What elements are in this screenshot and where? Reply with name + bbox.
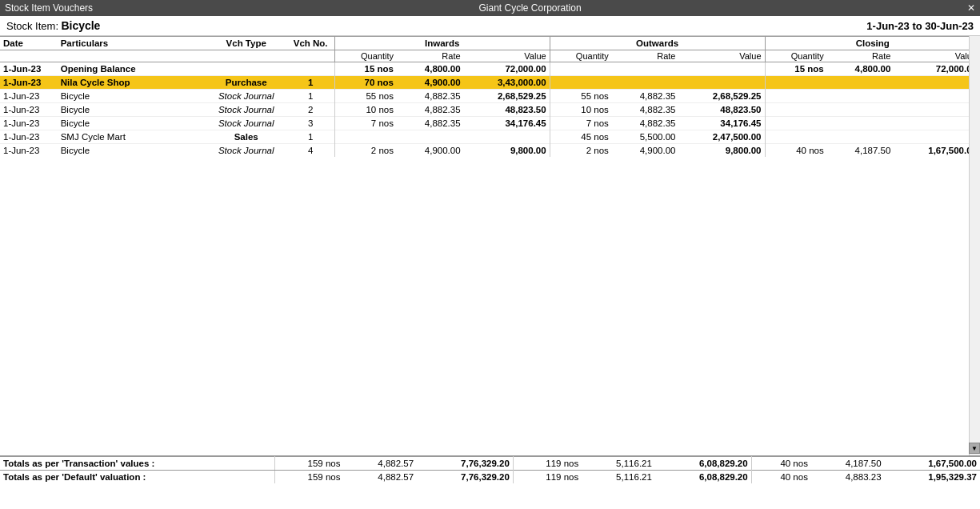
table-cell [765,130,827,144]
table-cell: 5,500.00 [612,130,679,144]
table-cell: 34,176.45 [678,117,765,130]
sub-header-out-value: Value [678,50,765,62]
table-cell: 1 [287,90,335,103]
table-cell [206,62,287,76]
table-cell [827,90,894,103]
table-cell: 4,800.00 [397,62,464,76]
table-cell: 1-Jun-23 [0,130,58,144]
table-row[interactable]: 1-Jun-23Nila Cycle ShopPurchase170 nos4,… [0,76,980,90]
table-cell: 4,187.50 [827,144,894,158]
sub-header-in-qty: Quantity [334,50,397,62]
table-cell: Nila Cycle Shop [58,76,206,90]
totals-cell: 4,882.57 [343,457,417,471]
table-cell: 4,882.35 [612,103,679,117]
table-cell: 10 nos [550,103,612,117]
header-closing: Closing [765,37,980,50]
table-cell [765,76,827,90]
table-cell [894,130,980,144]
main-content: Date Particulars Vch Type Vch No. Inward… [0,36,980,505]
table-cell [334,130,397,144]
totals-cell: 5,116.21 [582,457,655,471]
table-cell: 2,47,500.00 [678,130,765,144]
sub-header-cl-rate: Rate [827,50,894,62]
header-particulars: Particulars [58,37,206,50]
table-row[interactable]: 1-Jun-23Opening Balance15 nos4,800.0072,… [0,62,980,76]
table-cell: 3,43,000.00 [464,76,550,90]
table-cell: Stock Journal [206,117,287,130]
totals-cell: 4,883.23 [811,471,885,484]
totals-row: Totals as per 'Default' valuation :159 n… [0,471,980,484]
table-cell [464,130,550,144]
table-cell: 4,900.00 [397,76,464,90]
stock-item-label: Stock Item: [6,20,58,32]
table-cell: 72,000.00 [464,62,550,76]
table-cell: Sales [206,130,287,144]
table-cell: 15 nos [765,62,827,76]
table-cell: Bicycle [58,90,206,103]
table-cell: 2 nos [550,144,612,158]
totals-table: Totals as per 'Transaction' values :159 … [0,456,980,483]
table-cell [894,117,980,130]
table-cell [612,76,679,90]
totals-cell: 40 nos [751,457,811,471]
totals-cell: 7,76,329.20 [417,457,513,471]
table-cell: 10 nos [334,103,397,117]
table-cell: 1-Jun-23 [0,76,58,90]
scroll-indicator[interactable]: ▼ [969,36,980,455]
table-cell [827,76,894,90]
table-cell [550,62,612,76]
table-cell: 1,67,500.00 [894,144,980,158]
table-cell [827,117,894,130]
table-cell: 1-Jun-23 [0,117,58,130]
table-cell [287,62,335,76]
scroll-thumb[interactable]: ▼ [969,443,980,454]
totals-cell: 7,76,329.20 [417,471,513,484]
table-cell: 4,800.00 [827,62,894,76]
table-cell: 4 [287,144,335,158]
totals-cell: 159 nos [275,471,344,484]
table-row[interactable]: 1-Jun-23BicycleStock Journal155 nos4,882… [0,90,980,103]
table-row[interactable]: 1-Jun-23BicycleStock Journal210 nos4,882… [0,103,980,117]
totals-cell: 119 nos [513,471,582,484]
table-cell: 1-Jun-23 [0,62,58,76]
date-range: 1-Jun-23 to 30-Jun-23 [866,20,974,32]
table-cell: 55 nos [550,90,612,103]
table-container[interactable]: Date Particulars Vch Type Vch No. Inward… [0,36,980,455]
table-cell: 1-Jun-23 [0,144,58,158]
table-cell [894,76,980,90]
table-cell: Opening Balance [58,62,206,76]
table-cell: 9,800.00 [678,144,765,158]
table-cell [765,90,827,103]
table-row[interactable]: 1-Jun-23BicycleStock Journal37 nos4,882.… [0,117,980,130]
header-inwards: Inwards [334,37,550,50]
table-cell: Bicycle [58,103,206,117]
company-name: Giant Cycle Corporation [479,2,582,14]
table-row[interactable]: 1-Jun-23BicycleStock Journal42 nos4,900.… [0,144,980,158]
header-vchtype: Vch Type [206,37,287,50]
table-cell: 1-Jun-23 [0,103,58,117]
table-cell: 4,882.35 [397,103,464,117]
table-cell: 4,882.35 [397,117,464,130]
table-cell: 4,900.00 [612,144,679,158]
totals-cell: 4,882.57 [343,471,417,484]
data-table: Date Particulars Vch Type Vch No. Inward… [0,36,980,157]
totals-row: Totals as per 'Transaction' values :159 … [0,457,980,471]
totals-cell: 40 nos [751,471,811,484]
table-cell: 2,68,529.25 [464,90,550,103]
table-cell: Stock Journal [206,144,287,158]
table-cell [397,130,464,144]
table-cell [678,62,765,76]
table-cell [827,103,894,117]
table-cell: 7 nos [334,117,397,130]
table-cell: SMJ Cycle Mart [58,130,206,144]
table-cell: 48,823.50 [464,103,550,117]
stock-item-header: Stock Item: Bicycle 1-Jun-23 to 30-Jun-2… [0,16,980,36]
close-button[interactable]: ✕ [967,2,975,14]
sub-header-in-value: Value [464,50,550,62]
table-cell: 45 nos [550,130,612,144]
table-cell [550,76,612,90]
table-cell: 7 nos [550,117,612,130]
table-cell: 4,882.35 [612,90,679,103]
table-row[interactable]: 1-Jun-23SMJ Cycle MartSales145 nos5,500.… [0,130,980,144]
window-title: Stock Item Vouchers [5,2,93,14]
